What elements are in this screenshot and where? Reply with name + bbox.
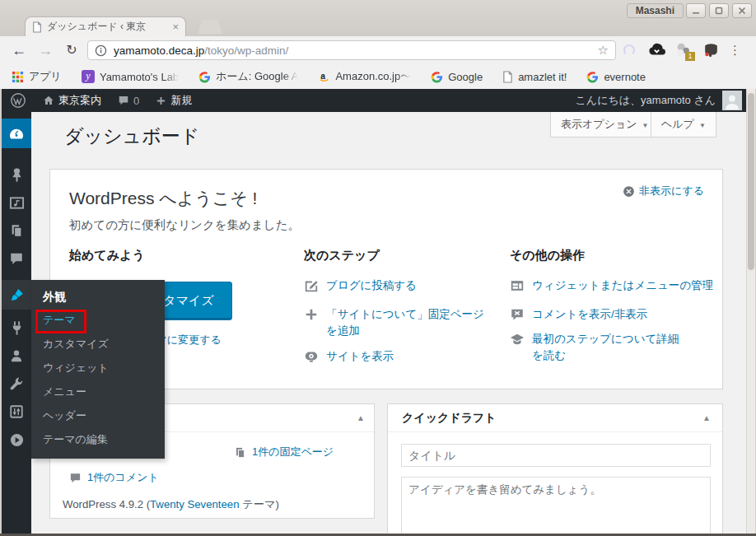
bookmark-yamamotos-lab[interactable]: y Yamamoto's Lab [82,70,179,83]
learn-more-icon [510,332,525,347]
evernote-extension-icon[interactable] [702,41,720,59]
google-g-icon [586,71,599,83]
learn-more-link[interactable]: 最初のステップについて詳細を読む [510,331,684,364]
box-header[interactable]: クイックドラフト ▲ [388,404,722,432]
window-controls [686,3,752,18]
collapse-toggle-icon[interactable]: ▲ [357,404,365,431]
comments-count-link[interactable]: 1件のコメント [69,470,159,485]
info-icon[interactable] [95,44,107,57]
maximize-button[interactable] [709,3,729,18]
flyout-item-customize[interactable]: カスタマイズ [31,332,165,356]
sidebar-item-users[interactable] [2,342,31,370]
sidebar-item-media[interactable] [2,189,31,217]
bookmark-evernote[interactable]: evernote [586,71,646,83]
help-button[interactable]: ヘルプ▼ [651,112,716,137]
draft-content-textarea[interactable] [401,477,711,536]
add-about-page-link[interactable]: 「サイトについて」固定ページを追加 [304,306,492,339]
bookmark-label: ホーム: Google A [216,69,298,84]
bookmark-google[interactable]: Google [431,71,483,83]
theme-link[interactable]: Twenty Seventeen [150,498,240,510]
url-text[interactable]: yamamoto.deca.jp/tokyo/wp-admin/ [114,44,288,57]
url-host: yamamoto.deca.jp [114,44,204,57]
minimize-button[interactable] [686,3,706,18]
tab-close-icon[interactable]: × [172,21,179,32]
extension-area: 1 ⋮ [620,38,741,63]
close-window-button[interactable] [732,3,752,18]
pages-count-link[interactable]: 1件の固定ページ [234,445,334,459]
wp-admin-bar: 東京案内 0 新規 こんにちは、yamamoto さん [2,89,746,112]
sidebar-item-comments[interactable] [2,245,31,273]
users-icon [9,348,24,363]
browser-tab[interactable]: ダッシュボード ‹ 東京 × [25,16,186,36]
purple-extension-icon[interactable] [620,41,638,59]
tab-title: ダッシュボード ‹ 東京 [47,20,167,34]
sidebar-item-tools[interactable] [2,370,31,398]
back-icon[interactable]: ← [8,38,30,63]
bookmark-label: amazlet it! [518,71,567,83]
flyout-item-editor[interactable]: テーマの編集 [31,427,165,451]
bookmark-amazlet[interactable]: amazlet it! [502,71,567,83]
svg-text:a: a [321,71,326,80]
scrollbar-thumb[interactable] [748,93,754,270]
collapse-toggle-icon[interactable]: ▲ [702,404,711,431]
sidebar-item-pages[interactable] [2,217,31,245]
new-tab-button[interactable] [198,20,222,34]
flyout-item-widgets[interactable]: ウィジェット [31,356,165,380]
write-blog-icon [304,278,319,293]
bookmark-home-google[interactable]: ホーム: Google A [198,69,298,84]
pin-icon [9,167,25,183]
sidebar-item-appearance[interactable] [2,280,31,310]
toggle-comments-link[interactable]: コメントを表示/非表示 [510,306,647,323]
comment-count: 0 [133,95,139,107]
wp-logo-menu[interactable] [2,89,35,112]
flyout-item-menus[interactable]: メニュー [31,380,165,403]
bookmark-apps[interactable]: アプリ [12,69,62,84]
chevron-down-icon: ▼ [642,122,649,129]
quick-draft-box: クイックドラフト ▲ [387,403,723,536]
screen-options-button[interactable]: 表示オプション▼ [550,112,659,137]
dismiss-link[interactable]: 非表示にする [623,184,704,198]
welcome-get-started-column: 始めてみよう サイトをカスタマイズ または、別のテーマに変更する [69,248,292,263]
bookmarks-bar: アプリ y Yamamoto's Lab ホーム: Google A a Ama… [0,64,756,89]
close-icon [738,7,746,15]
column-heading: 始めてみよう [69,248,292,263]
appearance-brush-icon [9,287,25,303]
forward-icon[interactable]: → [35,38,56,63]
address-bar[interactable]: yamamoto.deca.jp/tokyo/wp-admin/ ☆ [87,40,616,60]
view-site-icon [304,349,319,364]
cloud-download-extension-icon[interactable] [647,41,665,59]
play-circle-icon [9,432,25,448]
people-extension-icon[interactable]: 1 [674,41,693,59]
bookmark-star-icon[interactable]: ☆ [598,43,609,58]
write-post-link[interactable]: ブログに投稿する [304,277,417,294]
bookmark-label: アプリ [29,69,62,84]
view-site-link[interactable]: サイトを表示 [304,348,394,365]
manage-widgets-menus-link[interactable]: ウィジェットまたはメニューの管理 [510,277,713,294]
sidebar-item-posts[interactable] [2,161,31,189]
flyout-item-header[interactable]: ヘッダー [31,403,165,427]
reload-icon[interactable]: ↻ [61,38,82,63]
appearance-flyout-menu: 外観 テーマ カスタマイズ ウィジェット メニュー ヘッダー テーマの編集 [31,280,165,459]
site-name-menu[interactable]: 東京案内 [35,89,110,112]
pages-icon [9,223,24,238]
browser-menu-icon[interactable]: ⋮ [729,43,741,58]
draft-title-input[interactable] [401,444,711,467]
plus-icon [304,307,319,322]
maximize-icon [715,7,723,15]
sidebar-item-play-plugin[interactable] [2,426,31,454]
page-title: ダッシュボード [64,124,199,149]
admin-bar-account[interactable]: こんにちは、yamamoto さん [576,91,746,110]
dashboard-icon [8,125,25,142]
sidebar-item-dashboard[interactable] [2,119,31,148]
comments-menu[interactable]: 0 [110,89,147,112]
browser-scrollbar[interactable] [746,89,755,536]
session-user-label: Masashi [627,3,684,18]
bookmark-label: Yamamoto's Lab [100,71,179,83]
bookmark-amazon[interactable]: a Amazon.co.jp〜 [318,69,411,84]
dismiss-circle-icon [623,185,635,198]
sidebar-item-plugins[interactable] [2,314,31,342]
plus-icon [156,96,166,106]
new-content-menu[interactable]: 新規 [147,89,200,112]
sidebar-item-settings[interactable] [2,398,31,426]
url-path: /tokyo/wp-admin/ [204,44,288,57]
